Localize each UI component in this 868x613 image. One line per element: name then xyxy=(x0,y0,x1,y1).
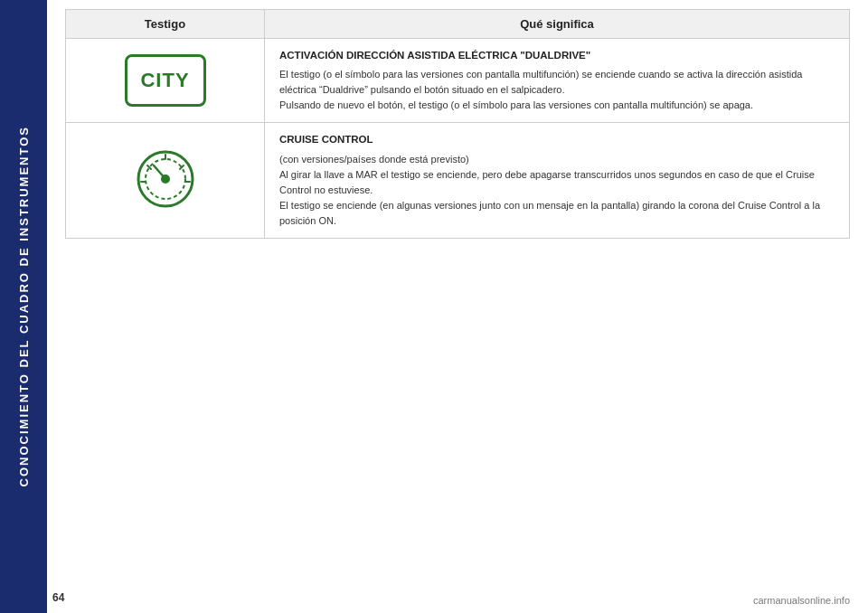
row-body-cruise: (con versiones/países donde está previst… xyxy=(279,152,835,229)
row-title-city: ACTIVACIÓN DIRECCIÓN ASISTIDA ELÉCTRICA … xyxy=(279,48,835,63)
instrument-table: Testigo Qué significa CITY ACTIVACIÓN DI… xyxy=(65,9,850,239)
table-container: Testigo Qué significa CITY ACTIVACIÓN DI… xyxy=(47,0,868,613)
text-cell-cruise: CRUISE CONTROL (con versiones/países don… xyxy=(265,123,850,238)
table-header-row: Testigo Qué significa xyxy=(66,10,850,39)
icon-cell-city: CITY xyxy=(66,39,265,123)
table-row: CITY ACTIVACIÓN DIRECCIÓN ASISTIDA ELÉCT… xyxy=(66,39,850,123)
main-content: Testigo Qué significa CITY ACTIVACIÓN DI… xyxy=(47,0,868,613)
header-testigo: Testigo xyxy=(66,10,265,39)
table-row: CRUISE CONTROL (con versiones/países don… xyxy=(66,123,850,238)
page-number: 64 xyxy=(52,591,64,604)
row-title-cruise: CRUISE CONTROL xyxy=(279,132,835,147)
text-cell-city: ACTIVACIÓN DIRECCIÓN ASISTIDA ELÉCTRICA … xyxy=(265,39,850,123)
icon-cell-cruise xyxy=(66,123,265,238)
city-icon: CITY xyxy=(125,54,206,107)
cruise-control-icon xyxy=(134,147,197,211)
header-significa: Qué significa xyxy=(265,10,850,39)
svg-line-3 xyxy=(154,165,165,179)
sidebar-label: CONOCIMIENTO DEL CUADRO DE INSTRUMENTOS xyxy=(17,126,31,486)
row-body-city: El testigo (o el símbolo para las versio… xyxy=(279,67,835,113)
sidebar: CONOCIMIENTO DEL CUADRO DE INSTRUMENTOS xyxy=(0,0,47,613)
watermark: carmanualsonline.info xyxy=(753,595,850,606)
